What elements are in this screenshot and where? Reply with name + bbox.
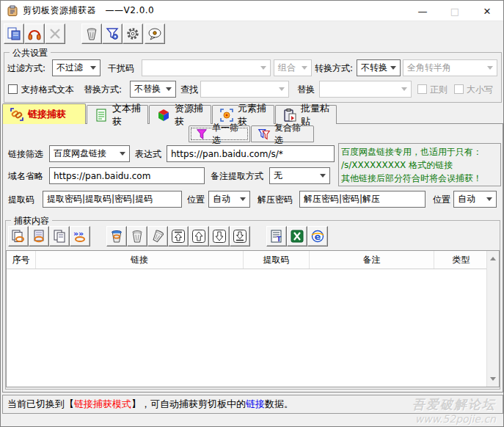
move-top-button[interactable] [168,226,189,247]
paste-link-button[interactable] [29,226,49,247]
unzip-position-label: 位置 [433,194,450,206]
convert-mode-label: 转换方式: [315,62,353,75]
replace-mode-label: 替换方式: [84,84,122,96]
move-top-icon [171,229,186,244]
tab-resource-capture[interactable]: 资源捕获 [149,105,211,124]
filter-mode-select[interactable]: 不过滤 [52,59,101,76]
open-browser-button[interactable]: e [307,226,328,247]
chevron-down-icon [279,87,285,94]
tab-text-capture[interactable]: 文本捕获 [87,105,148,124]
chevron-down-icon [260,66,266,73]
chevron-down-icon [120,152,125,158]
column-header-code[interactable]: 提取码 [244,251,310,269]
rich-text-label: 支持格式文本 [21,84,74,96]
chevron-down-icon [90,66,96,73]
status-keyword-text: 链接 [246,398,265,411]
view-eye-button[interactable] [145,23,165,44]
delete-all-button[interactable] [147,226,168,247]
rich-text-checkbox[interactable] [8,84,18,94]
chevron-down-icon [401,87,407,94]
regex-label: 正则 [430,84,448,96]
chevron-down-icon [166,87,172,94]
column-header-type[interactable]: 类型 [434,251,488,269]
stop-capture-button[interactable] [45,23,65,44]
move-up-icon [191,229,206,244]
filter-hint-note: 百度网盘链接专用，也适用于只有： /s/XXXXXXXXX 格式的链接 其他链接… [338,143,501,186]
chevron-down-icon [487,66,493,73]
chevron-down-icon [302,66,307,73]
batch-paste-icon [282,108,297,123]
unzip-password-input[interactable]: 解压密码|密码|解压 [299,191,426,208]
element-capture-icon [219,108,234,123]
domain-omit-label: 域名省略 [8,170,43,183]
move-down-button[interactable] [209,226,230,247]
column-header-index[interactable]: 序号 [7,251,36,269]
note-line: /s/XXXXXXXXX 格式的链接 [341,158,498,172]
table-scrollbar[interactable] [486,251,499,387]
remark-mode-label: 备注提取方式 [211,170,263,183]
main-toolbar [4,23,297,44]
link-filter-select[interactable]: 百度网盘链接 [49,145,130,162]
chevron-down-icon [390,66,396,73]
unzip-password-label: 解压密码 [258,194,293,206]
subtab-label: 单一筛选 [212,122,244,147]
status-text: 数据。 [265,398,293,411]
export-txt-button[interactable]: T [266,226,287,247]
filter-mode-label: 过滤方式: [7,62,45,75]
svg-text:T: T [277,236,282,243]
scroll-down-arrow-icon[interactable] [487,374,499,387]
tab-label: 资源捕获 [175,102,204,128]
replace-mode-select[interactable]: 不替换 [130,81,176,98]
chevron-down-icon [320,174,326,180]
settings-gear-button[interactable] [123,23,143,44]
extract-code-input[interactable]: 提取密码|提取码|密码|提码 [43,191,182,208]
copy-all-button[interactable] [49,226,70,247]
minimize-button[interactable]: — [406,1,439,21]
svg-text:e: e [315,231,321,242]
delete-row-button[interactable] [127,226,147,247]
delete-row-icon [130,229,145,244]
unzip-position-select[interactable]: 自动 [453,191,497,208]
move-up-button[interactable] [189,226,209,247]
convert-mode-select[interactable]: 不转换 [357,59,401,76]
export-excel-button[interactable] [287,226,307,247]
copy-link-button[interactable] [8,226,29,247]
open-links-button[interactable]: »» [70,226,90,247]
close-button[interactable]: ✕ [471,1,503,21]
status-text: 】，可自动捕获剪切板中的 [131,398,246,411]
remark-mode-select[interactable]: 无 [269,167,330,184]
export-txt-icon: T [269,229,284,244]
noise-code-select [142,59,271,76]
paste-capture-button[interactable] [4,23,24,44]
capture-table: 序号 链接 提取码 备注 类型 [6,250,500,387]
fullwidth-select: 全角转半角 [403,59,497,76]
noise-code-label: 干扰码 [108,62,134,75]
scroll-up-arrow-icon[interactable] [487,251,499,263]
filter-settings-button[interactable] [102,23,123,44]
delete-link-button[interactable] [106,226,127,247]
find-label: 查找 [180,84,198,96]
subtab-compound-filter[interactable]: 复合筛选 [251,125,314,142]
watermark-line2: www.52pojie.cn [412,413,496,425]
move-bottom-button[interactable] [230,226,250,247]
listen-clipboard-button[interactable] [24,23,45,44]
clear-button[interactable] [81,23,102,44]
chevron-down-icon [240,197,246,204]
open-links-icon: »» [73,229,87,244]
chevron-down-icon [486,197,492,204]
move-down-icon [212,229,227,244]
tab-link-capture[interactable]: 链接捕获 [2,103,86,124]
code-position-label: 位置 [187,194,205,206]
expression-input[interactable]: https://pan.baidu.com/s/* [167,145,335,162]
column-header-remark[interactable]: 备注 [310,251,434,269]
app-window: 剪切板资源捕获器 ——V2.0.0 — □ ✕ 公共设置 过滤方式: 不过滤 干… [0,0,504,427]
text-capture-icon [94,108,109,123]
column-header-link[interactable]: 链接 [36,251,244,269]
subtab-single-filter[interactable]: 单一筛选 [189,125,250,142]
listen-clipboard-icon [27,26,42,41]
code-position-select[interactable]: 自动 [208,191,250,208]
delete-link-icon [109,229,124,244]
domain-omit-input[interactable]: https://pan.baidu.com [49,167,205,184]
copy-all-icon [52,229,67,244]
chain-link-icon [10,107,24,122]
